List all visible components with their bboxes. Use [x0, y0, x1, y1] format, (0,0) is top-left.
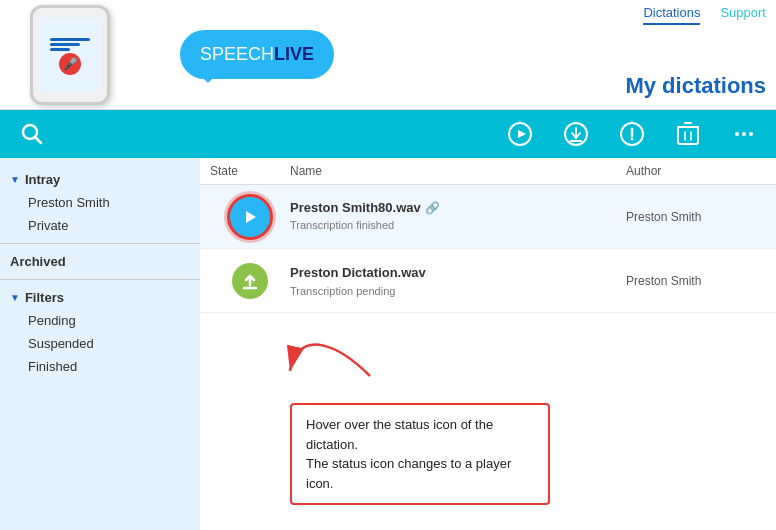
dictation-status-row2: Transcription pending: [290, 285, 395, 297]
warning-icon[interactable]: [616, 118, 648, 150]
header: 🎤 SPEECHLIVE Dictations Support My dicta…: [0, 0, 776, 110]
phone-mic-icon: 🎤: [59, 53, 81, 75]
svg-point-15: [735, 132, 739, 136]
dictation-info-row1: Preston Smith80.wav 🔗 Transcription fini…: [290, 200, 626, 233]
link-icon-row1: 🔗: [425, 201, 440, 215]
delete-icon[interactable]: [672, 118, 704, 150]
sidebar-section-filters: ▼ Filters Pending Suspended Finished: [0, 286, 200, 378]
dictation-name-row1: Preston Smith80.wav: [290, 200, 421, 215]
svg-line-1: [35, 137, 41, 143]
dictations-table: State Name Author Preston Smith80.wav: [200, 158, 776, 313]
table-header: State Name Author: [200, 158, 776, 185]
sidebar-section-intray: ▼ Intray Preston Smith Private: [0, 168, 200, 237]
sidebar-intray-header[interactable]: ▼ Intray: [0, 168, 200, 191]
play-icon[interactable]: [504, 118, 536, 150]
svg-marker-18: [246, 211, 256, 223]
upload-button-row2[interactable]: [232, 263, 268, 299]
phone-line-2: [50, 43, 80, 46]
sidebar-item-suspended[interactable]: Suspended: [0, 332, 200, 355]
filters-label: Filters: [25, 290, 64, 305]
sidebar-item-preston-smith[interactable]: Preston Smith: [0, 191, 200, 214]
logo-speech-text: SPEECH: [200, 44, 274, 64]
intray-label: Intray: [25, 172, 60, 187]
header-nav: Dictations Support: [643, 5, 766, 25]
sidebar-item-finished[interactable]: Finished: [0, 355, 200, 378]
play-button-row1[interactable]: [227, 194, 273, 240]
dictation-name-row2: Preston Dictation.wav: [290, 265, 426, 280]
dictation-info-row2: Preston Dictation.wav Transcription pend…: [290, 263, 626, 299]
state-icon-row1[interactable]: [210, 194, 290, 240]
speechlive-logo: SPEECHLIVE: [180, 30, 334, 79]
phone-line-1: [50, 38, 90, 41]
sidebar-item-private[interactable]: Private: [0, 214, 200, 237]
table-row: Preston Dictation.wav Transcription pend…: [200, 249, 776, 313]
svg-point-17: [749, 132, 753, 136]
col-author-header: Author: [626, 164, 766, 178]
tooltip-box: Hover over the status icon of the dictat…: [290, 403, 550, 505]
toolbar: [0, 110, 776, 158]
header-phone-image: 🎤: [0, 0, 170, 110]
col-name-header: Name: [290, 164, 626, 178]
phone-lines: [50, 38, 90, 53]
svg-point-16: [742, 132, 746, 136]
dictation-status-row1: Transcription finished: [290, 219, 394, 231]
state-icon-row2[interactable]: [210, 263, 290, 299]
dictation-author-row2: Preston Smith: [626, 274, 766, 288]
page-title: My dictations: [625, 73, 766, 99]
sidebar-item-pending[interactable]: Pending: [0, 309, 200, 332]
search-icon[interactable]: [16, 118, 48, 150]
phone-screen: 🎤: [39, 17, 101, 92]
logo-live-text: LIVE: [274, 44, 314, 64]
filters-arrow-icon: ▼: [10, 292, 20, 303]
nav-dictations[interactable]: Dictations: [643, 5, 700, 25]
svg-rect-10: [678, 127, 698, 144]
download-icon[interactable]: [560, 118, 592, 150]
intray-arrow-icon: ▼: [10, 174, 20, 185]
content-wrapper: State Name Author Preston Smith80.wav: [200, 158, 776, 530]
more-options-icon[interactable]: [728, 118, 760, 150]
phone-mockup: 🎤: [30, 5, 110, 105]
sidebar: ▼ Intray Preston Smith Private Archived …: [0, 158, 200, 530]
cloud-logo: SPEECHLIVE: [180, 30, 334, 79]
main-content: ▼ Intray Preston Smith Private Archived …: [0, 158, 776, 530]
col-state-header: State: [210, 164, 290, 178]
sidebar-filters-header[interactable]: ▼ Filters: [0, 286, 200, 309]
sidebar-section-archived: Archived: [0, 250, 200, 273]
dictation-author-row1: Preston Smith: [626, 210, 766, 224]
archived-label: Archived: [10, 254, 66, 269]
tooltip-line1: Hover over the status icon of the dictat…: [306, 417, 493, 452]
tooltip-line2: The status icon changes to a player icon…: [306, 456, 511, 491]
table-row: Preston Smith80.wav 🔗 Transcription fini…: [200, 185, 776, 249]
nav-support[interactable]: Support: [720, 5, 766, 25]
phone-line-3: [50, 48, 70, 51]
sidebar-archived-header[interactable]: Archived: [0, 250, 200, 273]
svg-point-9: [631, 138, 634, 141]
sidebar-divider-1: [0, 243, 200, 244]
svg-marker-3: [518, 130, 526, 138]
sidebar-divider-2: [0, 279, 200, 280]
